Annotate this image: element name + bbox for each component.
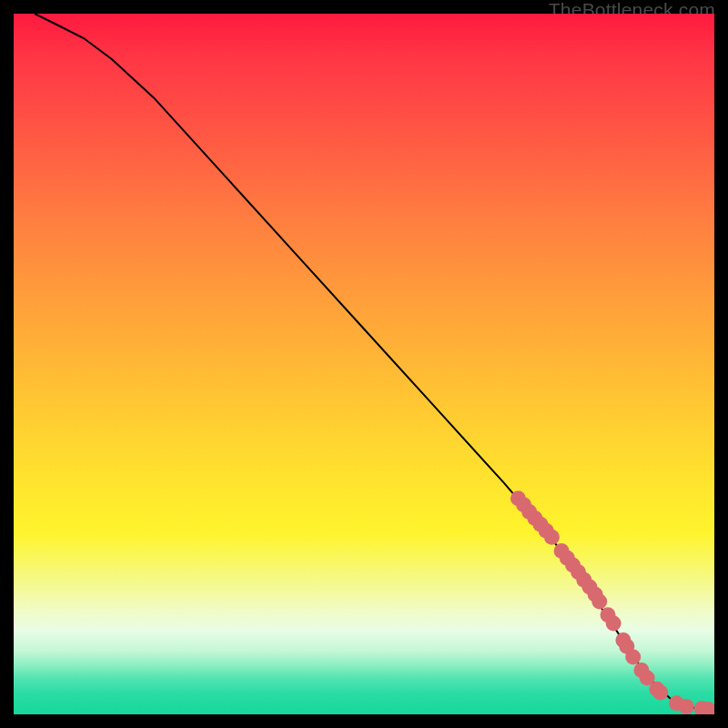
chart-stage: TheBottleneck.com (0, 0, 728, 728)
data-marker (606, 615, 622, 631)
data-marker (544, 530, 560, 545)
data-marker (652, 685, 668, 701)
marker-layer (511, 490, 714, 714)
plot-area (14, 14, 714, 714)
chart-svg (14, 14, 714, 714)
data-marker (592, 594, 607, 610)
data-marker (679, 699, 694, 714)
data-marker (625, 649, 641, 664)
curve-line (35, 14, 714, 710)
